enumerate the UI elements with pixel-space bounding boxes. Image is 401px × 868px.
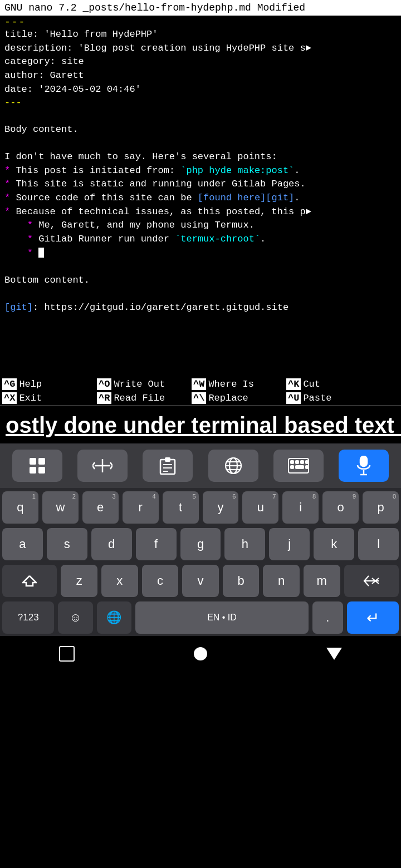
- grid-icon-btn[interactable]: [12, 450, 62, 482]
- keyboard: 1q 2w 3e 4r 5t 6y 7u 8i 9o 0p a s d f g …: [0, 443, 401, 636]
- menu-item-help[interactable]: ^G Help: [2, 378, 97, 390]
- key-num-switch[interactable]: ?123: [2, 601, 54, 634]
- divider-bottom: ---: [0, 96, 401, 109]
- line-empty2: [4, 136, 397, 150]
- line-author: author: Garett: [4, 69, 397, 83]
- key-p[interactable]: 0p: [363, 491, 399, 524]
- key-space[interactable]: EN • ID: [135, 601, 309, 634]
- key-q[interactable]: 1q: [2, 491, 38, 524]
- line-bullet3: * Source code of this site can be [found…: [4, 191, 397, 205]
- key-l[interactable]: l: [358, 528, 399, 560]
- line-empty1: [4, 109, 397, 123]
- key-c[interactable]: c: [142, 565, 179, 597]
- key-k[interactable]: k: [314, 528, 354, 560]
- line-empty3: [4, 260, 397, 274]
- key-globe[interactable]: 🌐: [97, 601, 131, 634]
- status-bar: ^G Help ^O Write Out ^W Where Is ^K Cut …: [0, 374, 401, 405]
- menu-item-readfile[interactable]: ^R Read File: [97, 392, 192, 404]
- key-w[interactable]: 2w: [42, 491, 79, 524]
- svg-rect-7: [165, 457, 170, 462]
- scroll-text-overlay: ostly done under terminal based text edi…: [0, 405, 401, 443]
- menu-item-writeout[interactable]: ^O Write Out: [97, 378, 192, 390]
- menu-row-1: ^G Help ^O Write Out ^W Where Is ^K Cut: [0, 377, 401, 391]
- home-button[interactable]: [187, 644, 214, 664]
- line-category: category: site: [4, 55, 397, 69]
- line-bullet2: * This site is static and running under …: [4, 177, 397, 191]
- terminal: GNU nano 7.2 _posts/hello-from-hydephp.m…: [0, 0, 401, 443]
- key-backspace[interactable]: [344, 565, 399, 597]
- line-desc: description: 'Blog post creation using H…: [4, 42, 397, 56]
- svg-rect-20: [291, 466, 294, 468]
- nav-bar: [0, 636, 401, 674]
- home-icon: [194, 647, 207, 660]
- svg-rect-17: [291, 461, 294, 463]
- key-b[interactable]: b: [223, 565, 260, 597]
- keyboard-rows: 1q 2w 3e 4r 5t 6y 7u 8i 9o 0p a s d f g …: [0, 488, 401, 636]
- key-enter[interactable]: ↵: [347, 601, 399, 634]
- label-exit: Exit: [19, 393, 42, 403]
- key-n[interactable]: n: [263, 565, 300, 597]
- key-h[interactable]: h: [224, 528, 265, 560]
- key-f[interactable]: f: [136, 528, 177, 560]
- label-writeout: Write Out: [114, 379, 165, 389]
- text-cursor: [38, 248, 44, 258]
- key-g[interactable]: g: [180, 528, 221, 560]
- mic-icon-btn[interactable]: [339, 450, 389, 482]
- label-replace: Replace: [208, 393, 248, 403]
- label-readfile: Read File: [114, 393, 165, 403]
- svg-rect-19: [301, 461, 304, 463]
- key-a[interactable]: a: [2, 528, 43, 560]
- line-empty4: [4, 288, 397, 302]
- scroll-text: ostly done under terminal based text edi…: [6, 413, 401, 437]
- menu-item-replace[interactable]: ^\ Replace: [192, 392, 286, 404]
- svg-rect-0: [30, 458, 36, 465]
- shortcut-replace: ^\: [192, 392, 206, 404]
- svg-rect-1: [38, 458, 45, 465]
- line-sub1: * Me, Garett, and my phone using Termux.: [4, 219, 397, 233]
- key-shift[interactable]: [2, 565, 57, 597]
- shortcut-paste: ^U: [286, 392, 301, 404]
- keyboard-icon-btn[interactable]: [273, 450, 324, 482]
- key-u[interactable]: 7u: [242, 491, 278, 524]
- key-o[interactable]: 9o: [322, 491, 359, 524]
- translate-icon-btn[interactable]: [208, 450, 258, 482]
- key-x[interactable]: x: [101, 565, 138, 597]
- body-area: Body content. I don't have much to say. …: [0, 109, 401, 369]
- divider-top: ---: [0, 16, 401, 28]
- back-button[interactable]: [53, 644, 81, 664]
- menu-row-2: ^X Exit ^R Read File ^\ Replace ^U Paste: [0, 391, 401, 405]
- label-whereis: Where Is: [208, 379, 254, 389]
- recents-button[interactable]: [320, 644, 348, 664]
- menu-item-exit[interactable]: ^X Exit: [2, 392, 97, 404]
- key-i[interactable]: 8i: [282, 491, 319, 524]
- menu-item-cut[interactable]: ^K Cut: [286, 378, 381, 390]
- svg-rect-21: [296, 466, 304, 468]
- title-bar: GNU nano 7.2 _posts/hello-from-hydephp.m…: [0, 0, 401, 16]
- key-z[interactable]: z: [61, 565, 97, 597]
- key-d[interactable]: d: [91, 528, 132, 560]
- cursor-icon-btn[interactable]: [77, 450, 128, 482]
- key-dot[interactable]: .: [312, 601, 343, 634]
- line-empty7: [4, 342, 397, 356]
- shortcut-whereis: ^W: [192, 378, 206, 390]
- key-emoji[interactable]: ☺: [58, 601, 92, 634]
- clipboard-icon-btn[interactable]: [143, 450, 193, 482]
- key-j[interactable]: j: [269, 528, 310, 560]
- key-s[interactable]: s: [47, 528, 87, 560]
- key-y[interactable]: 6y: [203, 491, 239, 524]
- key-t[interactable]: 5t: [163, 491, 199, 524]
- svg-rect-18: [296, 461, 299, 463]
- key-v[interactable]: v: [182, 565, 219, 597]
- key-r[interactable]: 4r: [123, 491, 159, 524]
- back-icon: [59, 646, 75, 662]
- line-intro: I don't have much to say. Here's several…: [4, 150, 397, 164]
- key-e[interactable]: 3e: [82, 491, 119, 524]
- line-sub3: *: [4, 246, 397, 260]
- line-date: date: '2024-05-02 04:46': [4, 83, 397, 97]
- menu-item-whereis[interactable]: ^W Where Is: [192, 378, 286, 390]
- key-row-4: ?123 ☺ 🌐 EN • ID . ↵: [2, 601, 399, 634]
- key-m[interactable]: m: [304, 565, 340, 597]
- menu-item-paste[interactable]: ^U Paste: [286, 392, 381, 404]
- key-row-3: z x c v b n m: [2, 565, 399, 597]
- key-row-2: a s d f g h j k l: [2, 528, 399, 560]
